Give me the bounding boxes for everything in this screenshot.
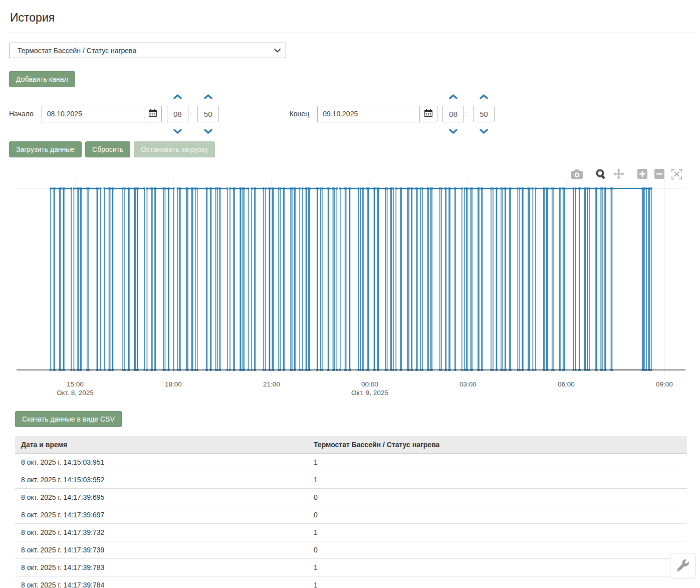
history-table: Дата и время Термостат Бассейн / Статус …: [15, 436, 687, 588]
start-date-input[interactable]: [42, 106, 144, 122]
channel-select[interactable]: Термостат Бассейн / Статус нагрева: [9, 43, 286, 58]
end-hour-spinner: [442, 93, 464, 135]
table-cell: 8 окт. 2025 г. 14:17:39:784: [15, 576, 308, 588]
table-row: 8 окт. 2025 г. 14:15:03:9521: [15, 471, 687, 489]
autoscale-icon[interactable]: [668, 168, 685, 180]
column-header-channel: Термостат Бассейн / Статус нагрева: [308, 436, 687, 454]
table-row: 8 окт. 2025 г. 14:17:39:7321: [15, 524, 687, 541]
time-separator: :: [189, 110, 191, 118]
start-hour-input[interactable]: [167, 106, 188, 122]
add-channel-button[interactable]: Добавить канал: [9, 71, 75, 87]
reset-button[interactable]: Сбросить: [85, 141, 130, 157]
chevron-down-icon: [204, 129, 212, 134]
table-header-row: Дата и время Термостат Бассейн / Статус …: [15, 436, 687, 454]
end-hour-down-button[interactable]: [449, 128, 457, 135]
svg-text:Окт. 9, 2025: Окт. 9, 2025: [351, 389, 388, 397]
end-minute-input[interactable]: [473, 106, 495, 122]
page-title: История: [9, 7, 696, 33]
load-data-button[interactable]: Загрузить данные: [9, 141, 82, 157]
table-row: 8 окт. 2025 г. 14:17:39:7831: [15, 559, 687, 576]
svg-text:15:00: 15:00: [67, 380, 84, 388]
table-cell: 1: [308, 454, 687, 471]
table-cell: 1: [308, 471, 687, 489]
start-label: Начало: [9, 110, 34, 118]
end-minute-down-button[interactable]: [480, 128, 488, 135]
chevron-down-icon: [274, 49, 281, 53]
start-minute-up-button[interactable]: [204, 93, 212, 100]
table-row: 8 окт. 2025 г. 14:17:39:6970: [15, 506, 687, 524]
svg-text:18:00: 18:00: [165, 380, 182, 388]
stop-loading-button[interactable]: Остановить загрузку: [134, 141, 215, 157]
table-row: 8 окт. 2025 г. 14:17:39:7841: [15, 576, 687, 588]
time-separator: :: [465, 110, 467, 118]
chart-modebar: [568, 167, 685, 180]
start-hour-up-button[interactable]: [173, 93, 182, 100]
channel-select-value: Термостат Бассейн / Статус нагрева: [18, 47, 136, 55]
table-row: 8 окт. 2025 г. 14:17:39:6950: [15, 489, 687, 506]
zoom-out-icon[interactable]: [651, 168, 668, 180]
chevron-down-icon: [173, 129, 182, 134]
table-cell: 1: [308, 576, 687, 588]
pan-icon[interactable]: [610, 167, 628, 180]
chevron-up-icon: [204, 94, 212, 99]
svg-text:09:00: 09:00: [656, 380, 673, 388]
end-date-group: [317, 106, 437, 122]
end-minute-spinner: [473, 93, 495, 135]
table-cell: 8 окт. 2025 г. 14:17:39:732: [15, 524, 308, 541]
start-date-group: [42, 106, 162, 122]
chevron-up-icon: [449, 94, 457, 99]
table-cell: 1: [308, 524, 687, 541]
start-minute-input[interactable]: [197, 106, 219, 122]
table-row: 8 окт. 2025 г. 14:17:39:7390: [15, 541, 687, 559]
chart-plot-area[interactable]: 15:00Окт. 8, 202518:0021:0000:00Окт. 9, …: [15, 165, 687, 401]
table-cell: 1: [308, 559, 687, 576]
table-cell: 8 окт. 2025 г. 14:15:03:952: [15, 471, 308, 489]
end-label: Конец: [290, 110, 309, 118]
table-cell: 8 окт. 2025 г. 14:17:39:739: [15, 541, 308, 559]
calendar-icon: [424, 109, 432, 118]
svg-text:Окт. 8, 2025: Окт. 8, 2025: [57, 389, 94, 397]
zoom-in-icon[interactable]: [634, 168, 651, 180]
table-row: 8 окт. 2025 г. 14:15:03:9511: [15, 454, 687, 471]
svg-text:21:00: 21:00: [263, 380, 280, 388]
zoom-icon[interactable]: [592, 168, 610, 180]
calendar-icon: [149, 109, 157, 118]
svg-text:06:00: 06:00: [558, 380, 575, 388]
table-cell: 8 окт. 2025 г. 14:17:39:697: [15, 506, 308, 524]
svg-text:03:00: 03:00: [459, 380, 477, 388]
chevron-down-icon: [449, 129, 457, 134]
end-hour-input[interactable]: [442, 106, 464, 122]
table-cell: 0: [308, 506, 687, 524]
table-cell: 8 окт. 2025 г. 14:15:03:951: [15, 454, 308, 471]
chevron-up-icon: [480, 94, 488, 99]
start-hour-spinner: [167, 93, 188, 135]
table-cell: 8 окт. 2025 г. 14:17:39:783: [15, 559, 308, 576]
wrench-icon: [677, 559, 689, 573]
start-minute-spinner: [197, 93, 219, 135]
history-chart[interactable]: 15:00Окт. 8, 202518:0021:0000:00Окт. 9, …: [15, 165, 687, 402]
column-header-datetime: Дата и время: [15, 436, 308, 454]
end-date-input[interactable]: [317, 106, 419, 122]
svg-text:00:00: 00:00: [361, 380, 378, 388]
end-minute-up-button[interactable]: [480, 93, 488, 100]
start-hour-down-button[interactable]: [173, 128, 182, 135]
end-hour-up-button[interactable]: [449, 93, 457, 100]
chevron-up-icon: [173, 94, 182, 99]
start-minute-down-button[interactable]: [204, 128, 212, 135]
download-csv-button[interactable]: Скачать данные в виде CSV: [15, 411, 122, 427]
camera-icon[interactable]: [568, 168, 586, 180]
table-cell: 8 окт. 2025 г. 14:17:39:695: [15, 489, 308, 506]
start-calendar-button[interactable]: [144, 106, 162, 122]
table-cell: 0: [308, 541, 687, 559]
table-cell: 0: [308, 489, 687, 506]
settings-wrench-button[interactable]: [670, 553, 696, 579]
end-calendar-button[interactable]: [419, 106, 437, 122]
history-table-body: 8 окт. 2025 г. 14:15:03:95118 окт. 2025 …: [15, 454, 687, 588]
chevron-down-icon: [480, 129, 488, 134]
